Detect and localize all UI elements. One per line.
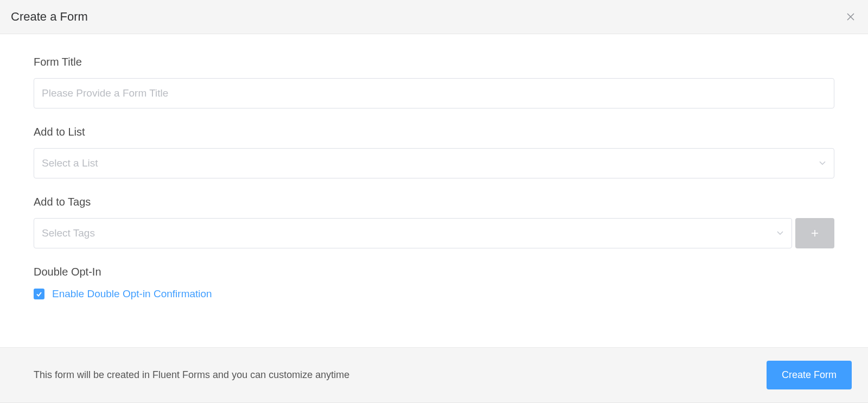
list-select-placeholder: Select a List [42,157,98,169]
double-optin-checkbox-row[interactable]: Enable Double Opt-in Confirmation [34,288,834,300]
close-icon [846,12,855,21]
create-form-modal: Create a Form Form Title Add to List Sel… [0,0,868,403]
tags-select-placeholder: Select Tags [42,227,95,239]
chevron-down-icon [819,157,826,169]
close-button[interactable] [844,10,857,23]
tags-select[interactable]: Select Tags [34,218,792,248]
add-tag-button[interactable] [795,218,834,248]
form-title-label: Form Title [34,56,834,68]
list-select[interactable]: Select a List [34,148,834,178]
add-to-tags-label: Add to Tags [34,196,834,208]
add-to-list-label: Add to List [34,126,834,138]
modal-header: Create a Form [0,0,868,34]
add-to-tags-group: Add to Tags Select Tags [34,196,834,248]
modal-footer: This form will be created in Fluent Form… [0,347,868,402]
double-optin-group: Double Opt-In Enable Double Opt-in Confi… [34,266,834,300]
double-optin-checkbox-label: Enable Double Opt-in Confirmation [52,288,212,300]
add-to-list-group: Add to List Select a List [34,126,834,178]
footer-note: This form will be created in Fluent Form… [34,369,349,381]
modal-title: Create a Form [11,10,88,24]
checkbox-checked-icon [34,289,44,299]
form-title-input[interactable] [34,78,834,108]
chevron-down-icon [776,227,784,239]
modal-body: Form Title Add to List Select a List Add… [0,34,868,347]
form-title-group: Form Title [34,56,834,108]
double-optin-label: Double Opt-In [34,266,834,278]
plus-icon [811,227,819,240]
create-form-button[interactable]: Create Form [767,361,852,389]
